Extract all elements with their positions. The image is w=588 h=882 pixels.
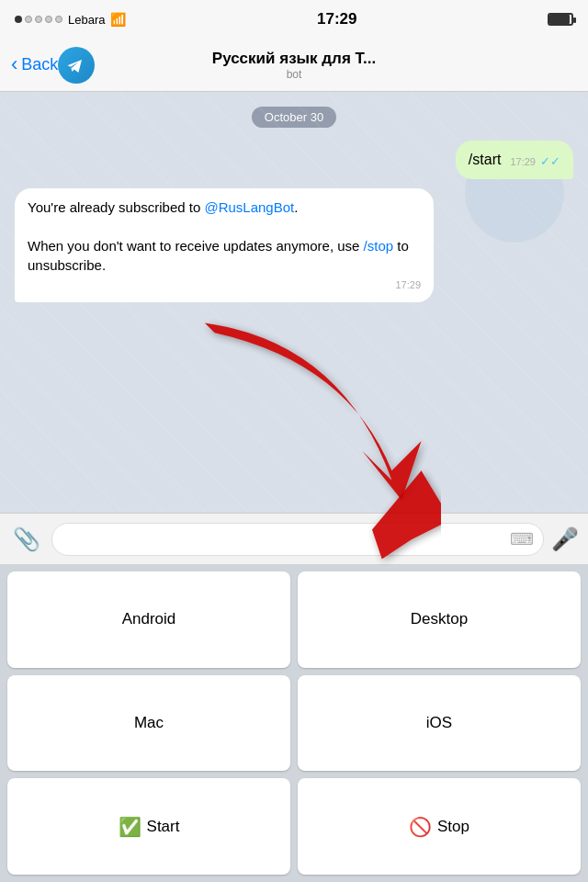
time-display: 17:29 xyxy=(317,10,356,28)
read-ticks: ✓✓ xyxy=(540,154,560,168)
ios-label: iOS xyxy=(426,714,452,732)
signal-dots xyxy=(15,16,62,23)
start-icon: ✅ xyxy=(119,816,141,838)
nav-title-text: Русский язык для Т... xyxy=(212,50,376,68)
carrier-info: Lebara 📶 xyxy=(15,12,126,27)
battery-fill xyxy=(549,15,570,24)
telegram-plane-icon xyxy=(65,54,87,76)
date-badge: October 30 xyxy=(15,107,573,128)
signal-dot-1 xyxy=(15,16,22,23)
signal-dot-2 xyxy=(25,16,32,23)
message-text: You're already subscribed to @RusLangBot… xyxy=(28,198,421,275)
signal-dot-5 xyxy=(55,16,62,23)
start-label: Start xyxy=(147,818,180,836)
stop-link: /stop xyxy=(364,238,394,254)
microphone-button[interactable]: 🎤 xyxy=(551,526,579,552)
stop-icon: 🚫 xyxy=(409,816,432,838)
desktop-button[interactable]: Desktop xyxy=(298,571,581,668)
status-bar: Lebara 📶 17:29 xyxy=(0,0,588,39)
message-row: You're already subscribed to @RusLangBot… xyxy=(15,188,573,301)
date-text: October 30 xyxy=(252,107,336,128)
nav-bar: ‹ Back Русский язык для Т... bot xyxy=(0,39,588,92)
wifi-icon: 📶 xyxy=(110,12,126,27)
message-input-wrapper[interactable]: ⌨ xyxy=(51,523,544,556)
nav-subtitle: bot xyxy=(212,68,376,81)
nav-title-group: Русский язык для Т... bot xyxy=(212,50,376,81)
android-button[interactable]: Android xyxy=(7,571,290,668)
stop-label: Stop xyxy=(437,818,469,836)
input-bar: 📎 ⌨ 🎤 xyxy=(0,513,588,564)
keyboard-icon: ⌨ xyxy=(510,529,534,549)
chat-area: October 30 /start 17:29 ✓✓ You're alread… xyxy=(0,92,588,513)
carrier-name: Lebara xyxy=(68,13,105,27)
message-row: /start 17:29 ✓✓ xyxy=(15,141,573,179)
chat-avatar[interactable] xyxy=(58,47,95,84)
mac-label: Mac xyxy=(134,714,164,732)
message-time: 17:29 ✓✓ xyxy=(510,153,560,170)
message-time: 17:29 xyxy=(395,278,421,292)
outgoing-bubble: /start 17:29 ✓✓ xyxy=(456,141,573,179)
start-button[interactable]: ✅ Start xyxy=(7,778,290,875)
attach-button[interactable]: 📎 xyxy=(9,523,44,556)
message-input[interactable] xyxy=(63,531,462,547)
stop-button[interactable]: 🚫 Stop xyxy=(298,778,581,875)
back-label: Back xyxy=(21,55,58,74)
back-chevron-icon: ‹ xyxy=(11,52,17,76)
mention-link: @RusLangBot xyxy=(204,199,294,215)
message-text: /start xyxy=(469,152,502,167)
signal-dot-3 xyxy=(35,16,42,23)
mac-button[interactable]: Mac xyxy=(7,675,290,772)
status-right xyxy=(548,13,573,26)
signal-dot-4 xyxy=(45,16,52,23)
android-label: Android xyxy=(122,610,176,628)
desktop-label: Desktop xyxy=(411,610,468,628)
battery-icon xyxy=(548,13,573,26)
bot-keyboard: Android Desktop Mac iOS ✅ Start 🚫 Stop xyxy=(0,564,588,882)
ios-button[interactable]: iOS xyxy=(298,675,581,772)
incoming-bubble: You're already subscribed to @RusLangBot… xyxy=(15,188,434,301)
back-button[interactable]: ‹ Back xyxy=(11,54,58,76)
